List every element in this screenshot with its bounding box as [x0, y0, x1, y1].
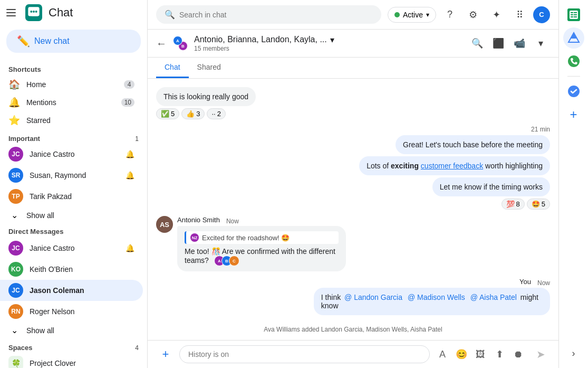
starred-icon: ⭐: [8, 115, 20, 126]
apps-button[interactable]: ⠿: [510, 5, 529, 24]
msg-3-bubble: NZ Excited for the roadshow! 🤩 Me too! 🎊…: [177, 226, 346, 271]
dm-label: Direct Messages: [0, 223, 147, 238]
sidebar-drive-icon[interactable]: [563, 27, 584, 49]
msg-2-reactions: 💯 8 🤩 5: [502, 199, 550, 210]
project-clover-label: Project Clover: [30, 359, 134, 367]
show-all-important-icon: ⌄: [8, 210, 20, 220]
reaction-star-eyes[interactable]: 🤩 5: [527, 199, 550, 210]
msg-2-bubble-1: Great! Let's touch base before the meeti…: [396, 135, 550, 154]
sidebar-item-roger[interactable]: RN Roger Nelson: [0, 301, 143, 322]
reaction-100[interactable]: 💯 8: [502, 199, 525, 210]
chat-title[interactable]: Antonio, Brianna, Landon, Kayla, ... ▾: [194, 35, 461, 45]
chat-search-button[interactable]: 🔍: [468, 34, 487, 53]
sidebar-item-tarik[interactable]: TP Tarik Pakzad: [0, 186, 143, 207]
sidebar-phone-icon[interactable]: [563, 51, 584, 72]
back-button[interactable]: ←: [156, 37, 167, 50]
chat-header: ← A B Antonio, Brianna, Landon, Kayla, .…: [148, 30, 558, 58]
sidebar-item-keith[interactable]: KO Keith O'Brien: [0, 259, 143, 280]
svg-marker-15: [571, 33, 577, 39]
mention-landon: @ Landon Garcia: [343, 292, 404, 302]
new-chat-button[interactable]: ✏️ New chat: [6, 30, 141, 53]
chat-title-text: Antonio, Brianna, Landon, Kayla, ...: [194, 35, 327, 44]
search-bar[interactable]: 🔍: [156, 5, 381, 24]
sidebar-add-icon[interactable]: +: [563, 104, 584, 125]
msg-1-reactions: ✅ 5 👍 3 ·· 2: [156, 108, 226, 119]
chat-video-button[interactable]: 📹: [510, 34, 529, 53]
customer-feedback-link[interactable]: customer feedback: [421, 162, 483, 170]
reaction-thumbsup-count: 3: [196, 110, 200, 118]
sidebar-sheets-icon[interactable]: [563, 4, 584, 25]
roger-label: Roger Nelson: [30, 307, 134, 316]
message-4: You Now I think @ Landon Garcia @ Madiso…: [156, 278, 550, 315]
show-all-important-label: Show all: [26, 211, 134, 220]
sidebar-item-janice-important[interactable]: JC Janice Castro 🔔: [0, 144, 143, 165]
janice-dm-pin-icon: 🔔: [126, 244, 134, 252]
compose-icon: ✏️: [17, 35, 30, 48]
new-chat-label: New chat: [34, 36, 70, 46]
important-badge: 1: [135, 135, 139, 143]
sidebar-item-starred[interactable]: ⭐ Starred: [0, 111, 143, 129]
add-button[interactable]: +: [156, 345, 175, 364]
svg-rect-8: [571, 12, 573, 13]
project-clover-icon: 🍀: [8, 356, 23, 368]
system-message-1: Ava Williams added Landon Garcia, Madiso…: [156, 322, 550, 337]
user-avatar[interactable]: C: [533, 6, 550, 23]
sidebar-item-show-all-dm[interactable]: ⌄ Show all: [0, 322, 143, 338]
group-avatar: A B: [173, 36, 188, 51]
starred-label: Starred: [26, 116, 134, 125]
reaction-dots[interactable]: ·· 2: [207, 108, 225, 119]
avatar-jason: JC: [8, 283, 23, 298]
sidebar-item-susan-raymond[interactable]: SR Susan, Raymond 🔔: [0, 165, 143, 186]
msg-4-sender: You: [519, 278, 531, 286]
chat-more-button[interactable]: ▾: [531, 34, 550, 53]
message-2: 21 min Great! Let's touch base before th…: [156, 126, 550, 210]
status-label: Active: [403, 11, 423, 19]
svg-point-3: [33, 11, 35, 13]
susan-raymond-label: Susan, Raymond: [30, 171, 119, 180]
emoji-button[interactable]: 😊: [453, 346, 470, 363]
reaction-dots-count: 2: [217, 110, 221, 118]
svg-rect-13: [574, 16, 577, 17]
sidebar-tasks-icon[interactable]: [563, 81, 584, 102]
spaces-section-header: Spaces 4: [0, 338, 147, 353]
settings-button[interactable]: ⚙: [464, 5, 483, 24]
sidebar-item-mentions[interactable]: 🔔 Mentions 10: [0, 93, 143, 111]
sidebar-header: Chat: [0, 0, 147, 25]
tab-shared[interactable]: Shared: [189, 58, 229, 78]
msg-3-content: Antonio Smith Now NZ Excited for the roa…: [177, 216, 346, 271]
message-1: This is looking really good ✅ 5 👍 3 ·· 2: [156, 87, 550, 119]
help-button[interactable]: ?: [440, 5, 459, 24]
janice-dm-label: Janice Castro: [30, 244, 119, 252]
search-input[interactable]: [179, 11, 373, 19]
chat-meet-button[interactable]: ⬛: [489, 34, 508, 53]
mentions-badge: 10: [121, 98, 134, 107]
tab-chat[interactable]: Chat: [156, 58, 189, 78]
labs-button[interactable]: ✦: [487, 5, 506, 24]
reaction-checkmark[interactable]: ✅ 5: [156, 108, 179, 119]
sidebar-item-show-all-important[interactable]: ⌄ Show all: [0, 207, 143, 223]
image-button[interactable]: 🖼: [472, 346, 489, 363]
sidebar-item-home[interactable]: 🏠 Home 4: [0, 76, 143, 93]
upload-button[interactable]: ⬆: [491, 346, 508, 363]
format-button[interactable]: A: [434, 346, 451, 363]
sidebar-divider: [567, 76, 580, 77]
app-logo: [25, 4, 42, 21]
sidebar-item-project-clover[interactable]: 🍀 Project Clover: [0, 353, 143, 368]
reaction-star-eyes-count: 5: [542, 200, 545, 208]
message-input[interactable]: [179, 345, 430, 363]
avatar-susan-raymond: SR: [8, 168, 23, 183]
show-all-dm-label: Show all: [26, 326, 134, 335]
sidebar-item-jason[interactable]: JC Jason Coleman: [0, 280, 143, 301]
keith-label: Keith O'Brien: [30, 265, 134, 273]
main-content: 🔍 Active ▾ ? ⚙ ✦ ⠿ C ← A B: [148, 0, 558, 368]
sidebar-item-janice-dm[interactable]: JC Janice Castro 🔔: [0, 238, 143, 259]
jason-label: Jason Coleman: [30, 286, 134, 295]
reaction-checkmark-count: 5: [171, 110, 175, 118]
record-button[interactable]: ⏺: [510, 346, 527, 363]
sidebar-expand-icon[interactable]: ›: [563, 343, 584, 364]
send-button[interactable]: ➤: [531, 345, 550, 364]
avatar-janice-dm: JC: [8, 241, 23, 256]
hamburger-icon[interactable]: [6, 6, 19, 19]
status-button[interactable]: Active ▾: [388, 7, 436, 23]
reaction-thumbsup[interactable]: 👍 3: [181, 108, 205, 119]
